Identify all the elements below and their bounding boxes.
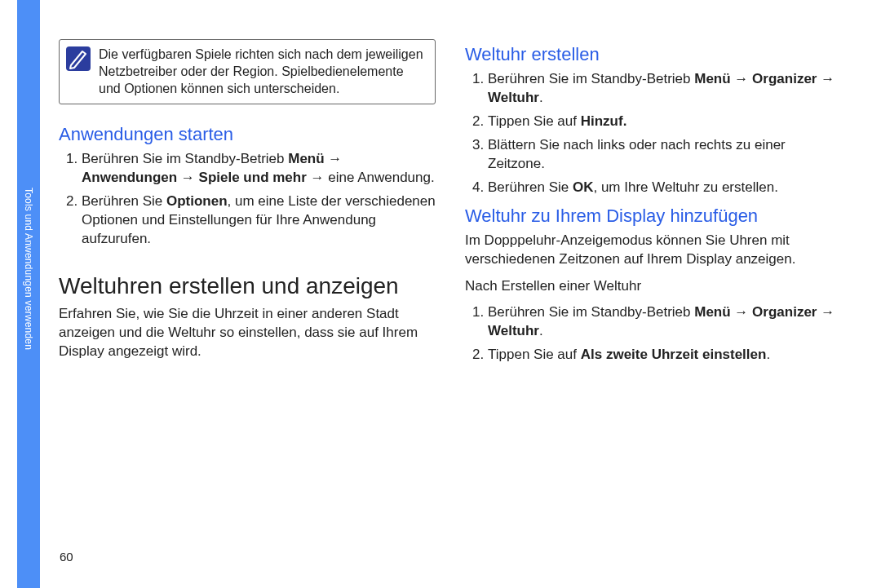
heading-weltuhr-display: Weltuhr zu Ihrem Display hinzufügen [465,206,842,227]
intro-weltuhr-display: Im Dopppeluhr-Anzeigemodus können Sie Uh… [465,232,842,269]
bold: OK [573,179,594,195]
list-weltuhr-display: Berühren Sie im Standby-Betrieb Menü → O… [465,303,842,365]
text: . [539,323,543,338]
note-box: Die verfügbaren Spiele richten sich nach… [59,39,436,104]
text: → [731,304,752,320]
list-anwendungen-starten: Berühren Sie im Standby-Betrieb Menü → A… [59,150,436,249]
note-icon [66,46,91,71]
bold: Weltuhr [488,323,539,338]
after-weltuhr: Nach Erstellen einer Weltuhr [465,277,842,296]
text: Berühren Sie im Standby-Betrieb [82,151,288,166]
heading-weltuhren-erstellen: Weltuhren erstellen und anzeigen [59,272,436,300]
list-item: Berühren Sie im Standby-Betrieb Menü → O… [488,303,842,341]
bold: Hinzuf. [581,113,627,129]
text: → [731,71,752,86]
text: → [325,151,343,166]
page-content: Die verfügbaren Spiele richten sich nach… [59,39,842,373]
bold: Menü [694,71,730,86]
list-item: Berühren Sie im Standby-Betrieb Menü → A… [82,150,436,188]
list-item: Berühren Sie im Standby-Betrieb Menü → O… [488,70,842,108]
text: → [817,304,835,320]
list-item: Berühren Sie OK, um Ihre Weltuhr zu erst… [488,179,842,197]
side-tab: Tools und Anwendungen verwenden [17,0,40,588]
text: → [817,71,835,86]
text: → eine Anwendung. [307,170,435,185]
text: Tippen Sie auf [488,347,581,362]
text: . [539,90,543,105]
text: . [766,347,770,362]
side-tab-label: Tools und Anwendungen verwenden [23,188,34,350]
bold: Spiele und mehr [199,170,307,185]
bold: Optionen [166,193,228,209]
left-column: Die verfügbaren Spiele richten sich nach… [59,39,436,373]
text: Berühren Sie [82,193,166,209]
text: , um Ihre Weltuhr zu erstellen. [593,179,777,195]
text: Berühren Sie [488,179,573,195]
text: Tippen Sie auf [488,113,581,129]
bold: Menü [694,304,730,320]
list-item: Blättern Sie nach links oder nach rechts… [488,136,842,174]
bold: Als zweite Uhrzeit einstellen [581,347,767,362]
list-item: Tippen Sie auf Als zweite Uhrzeit einste… [488,346,842,365]
right-column: Weltuhr erstellen Berühren Sie im Standb… [465,39,842,373]
list-item: Tippen Sie auf Hinzuf. [488,113,842,131]
list-item: Berühren Sie Optionen, um eine Liste der… [82,192,436,249]
bold: Organizer [752,71,817,86]
heading-anwendungen-starten: Anwendungen starten [59,124,436,145]
bold: Menü [288,151,324,166]
page-number: 60 [60,550,73,564]
text: Berühren Sie im Standby-Betrieb [488,71,694,86]
text: Berühren Sie im Standby-Betrieb [488,304,694,320]
list-weltuhr-erstellen: Berühren Sie im Standby-Betrieb Menü → O… [465,70,842,197]
heading-weltuhr-erstellen: Weltuhr erstellen [465,44,842,65]
bold: Organizer [752,304,817,320]
note-text: Die verfügbaren Spiele richten sich nach… [99,46,427,97]
bold: Weltuhr [488,90,539,105]
intro-weltuhren: Erfahren Sie, wie Sie die Uhrzeit in ein… [59,305,436,361]
text: → [177,170,198,185]
bold: Anwendungen [82,170,177,185]
